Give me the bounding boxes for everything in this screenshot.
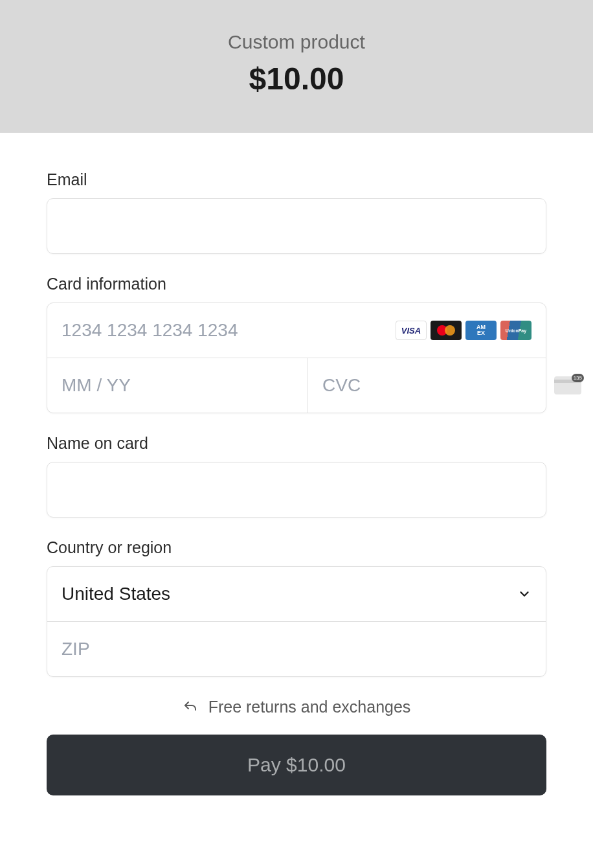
expiry-cell: [47, 358, 308, 413]
zip-input[interactable]: [47, 622, 546, 676]
visa-icon: VISA: [396, 321, 427, 340]
name-input-wrapper: [47, 462, 546, 518]
chevron-down-icon: [517, 587, 531, 601]
pay-button[interactable]: Pay $10.00: [47, 735, 546, 795]
card-number-input[interactable]: [62, 303, 396, 358]
card-input-wrapper: VISA AMEX UnionPay 135: [47, 303, 546, 413]
card-expiry-cvc-row: 135: [47, 358, 546, 413]
mastercard-icon: [431, 321, 462, 340]
product-name: Custom product: [0, 31, 593, 53]
return-arrow-icon: [183, 700, 198, 715]
card-cvc-input[interactable]: [322, 358, 554, 413]
card-label: Card information: [47, 275, 546, 293]
card-number-row: VISA AMEX UnionPay: [47, 303, 546, 358]
name-label: Name on card: [47, 434, 546, 453]
email-input[interactable]: [47, 199, 546, 253]
checkout-header: Custom product $10.00: [0, 0, 593, 133]
email-label: Email: [47, 170, 546, 189]
returns-text: Free returns and exchanges: [208, 698, 411, 716]
country-input-wrapper: United States: [47, 566, 546, 677]
amex-icon: AMEX: [465, 321, 497, 340]
email-input-wrapper: [47, 198, 546, 254]
checkout-form: Email Card information VISA AMEX UnionPa…: [0, 133, 593, 795]
card-brands: VISA AMEX UnionPay: [396, 321, 531, 340]
country-field-group: Country or region United States: [47, 538, 546, 677]
cvc-card-icon: 135: [554, 376, 581, 394]
name-input[interactable]: [47, 463, 546, 517]
name-field-group: Name on card: [47, 434, 546, 518]
card-field-group: Card information VISA AMEX UnionPay: [47, 275, 546, 413]
email-field-group: Email: [47, 170, 546, 254]
product-price: $10.00: [0, 61, 593, 97]
cvc-cell: 135: [308, 358, 593, 413]
country-label: Country or region: [47, 538, 546, 557]
country-select[interactable]: United States: [47, 567, 546, 622]
card-expiry-input[interactable]: [62, 358, 293, 413]
unionpay-icon: UnionPay: [500, 321, 531, 340]
country-selected-value: United States: [62, 584, 170, 604]
returns-info: Free returns and exchanges: [47, 698, 546, 716]
